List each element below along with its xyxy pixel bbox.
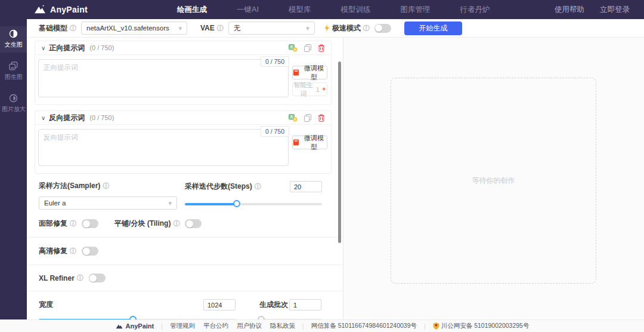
- footer-separator: |: [302, 322, 304, 330]
- turbo-mode-label: 极速模式: [332, 23, 361, 33]
- slider-track[interactable]: [259, 319, 321, 319]
- info-icon[interactable]: ⓘ: [173, 219, 179, 228]
- footer-police-number: 川公网安备 51019002003295号: [441, 322, 530, 330]
- vae-select[interactable]: 无 ▾: [228, 21, 315, 35]
- nav-item-xingzhe-danlu[interactable]: 行者丹炉: [460, 5, 490, 15]
- base-model-select[interactable]: netaArtXL_v10.safetensors ▾: [81, 21, 187, 35]
- footer-police-group: 川公网安备 51019002003295号: [433, 322, 530, 330]
- slider-handle[interactable]: [258, 316, 265, 319]
- face-restore-label: 面部修复: [39, 219, 67, 229]
- delete-trash-icon[interactable]: [318, 44, 325, 52]
- nav-item-draw-generate[interactable]: 绘画生成: [177, 5, 207, 15]
- negative-prompt-input[interactable]: [38, 129, 289, 166]
- login-link[interactable]: 立即登录: [600, 5, 630, 15]
- positive-prompt-header: ∨ 正向提示词 (0 / 750): [35, 41, 331, 55]
- info-icon[interactable]: ⓘ: [77, 273, 83, 282]
- footer-link-privacy[interactable]: 隐私政策: [270, 322, 295, 330]
- start-generate-button[interactable]: 开始生成: [404, 21, 462, 35]
- collapse-chevron-icon[interactable]: ∨: [41, 45, 45, 51]
- info-icon[interactable]: ⓘ: [70, 247, 76, 256]
- collapse-chevron-icon[interactable]: ∨: [41, 115, 45, 121]
- width-input[interactable]: [203, 299, 236, 311]
- dimensions-section: 宽度: [27, 299, 343, 319]
- image-to-image-icon: [9, 62, 18, 70]
- batch-count-label: 生成批次: [259, 300, 288, 310]
- info-icon[interactable]: ⓘ: [103, 182, 109, 190]
- empty-result-text: 等待你的创作: [472, 176, 515, 186]
- slider-handle[interactable]: [129, 316, 137, 319]
- info-icon[interactable]: ⓘ: [255, 182, 261, 191]
- copy-icon[interactable]: [304, 44, 311, 52]
- toggle-knob: [186, 220, 193, 228]
- info-icon[interactable]: ⓘ: [70, 219, 76, 228]
- copy-icon[interactable]: [304, 114, 311, 122]
- footer-brand-name: AnyPaint: [126, 322, 154, 330]
- brand-logo[interactable]: AnyPaint: [33, 4, 88, 15]
- footer-icp-number: 网信算备 510116674984601240039号: [311, 322, 417, 330]
- mountain-logo-icon: [115, 323, 123, 330]
- hires-toggle[interactable]: [82, 247, 98, 256]
- page-footer: AnyPaint | 管理规则 平台公约 用户协议 隐私政策 | 网信算备 51…: [0, 319, 644, 332]
- sidebar-item-image-upscale[interactable]: 图片放大: [0, 91, 27, 117]
- smart-word-button[interactable]: 智能生词 1 ✦: [292, 82, 327, 96]
- info-icon[interactable]: ⓘ: [70, 24, 76, 33]
- info-icon[interactable]: ⓘ: [363, 24, 370, 33]
- base-model-label: 基础模型: [39, 23, 67, 33]
- help-link[interactable]: 使用帮助: [555, 5, 584, 15]
- width-slider[interactable]: [39, 316, 236, 319]
- nav-item-model-library[interactable]: 模型库: [289, 5, 311, 15]
- info-icon[interactable]: ⓘ: [217, 24, 224, 33]
- toggle-knob: [83, 220, 90, 228]
- positive-prompt-input[interactable]: [38, 59, 289, 97]
- face-restore-label-group: 面部修复 ⓘ: [39, 219, 76, 229]
- batch-count-slider[interactable]: [259, 316, 321, 319]
- scrollbar-thumb[interactable]: [338, 62, 341, 243]
- finetune-model-icon: [293, 139, 299, 146]
- preview-panel: 等待你的创作: [343, 38, 644, 319]
- positive-prompt-counter: (0 / 750): [89, 44, 114, 51]
- tiling-toggle[interactable]: [185, 219, 202, 228]
- sidebar-item-label: 图生图: [5, 73, 23, 81]
- footer-link-convention[interactable]: 平台公约: [203, 322, 228, 330]
- sampler-label-group: 采样方法(Sampler) ⓘ: [39, 181, 185, 191]
- parameters-panel: ∨ 正向提示词 (0 / 750): [27, 38, 343, 319]
- nav-item-model-training[interactable]: 模型训练: [340, 5, 370, 15]
- chevron-down-icon: ▾: [178, 24, 182, 32]
- base-model-label-group: 基础模型 ⓘ: [39, 23, 76, 33]
- hires-section: 高清修复 ⓘ: [27, 246, 343, 256]
- sidebar-item-image-to-image[interactable]: 图生图: [0, 59, 27, 85]
- footer-separator: |: [424, 322, 426, 330]
- face-restore-toggle[interactable]: [82, 219, 98, 228]
- text-to-image-icon: [9, 29, 18, 38]
- steps-label-group: 采样迭代步数(Steps) ⓘ: [185, 182, 261, 192]
- batch-count-input[interactable]: [289, 299, 321, 311]
- translate-icon[interactable]: [289, 44, 298, 52]
- finetune-model-button[interactable]: 微调模型: [292, 66, 327, 79]
- footer-link-rules[interactable]: 管理规则: [170, 322, 195, 330]
- nav-item-gallery-management[interactable]: 图库管理: [400, 5, 430, 15]
- delete-trash-icon[interactable]: [318, 114, 325, 122]
- lightning-icon: [324, 24, 330, 32]
- nav-right-group: 使用帮助 立即登录: [555, 5, 630, 15]
- steps-slider[interactable]: [185, 200, 322, 207]
- negative-prompt-header: ∨ 反向提示词 (0 / 750): [35, 111, 331, 125]
- slider-handle[interactable]: [233, 200, 240, 207]
- turbo-mode-toggle[interactable]: [374, 24, 391, 33]
- finetune-model-button[interactable]: 微调模型: [292, 136, 327, 149]
- translate-icon[interactable]: [289, 114, 298, 122]
- finetune-model-label: 微调模型: [301, 64, 327, 82]
- nav-item-one-click-ai[interactable]: 一键AI: [237, 5, 259, 15]
- chevron-down-icon: ▾: [306, 24, 309, 32]
- finetune-model-icon: [293, 69, 299, 76]
- sampler-select[interactable]: Euler a ▾: [39, 196, 177, 210]
- xl-refiner-toggle[interactable]: [89, 273, 106, 282]
- negative-char-count-badge: 0 / 750: [261, 126, 289, 137]
- footer-link-agreement[interactable]: 用户协议: [237, 322, 262, 330]
- section-divider: [27, 237, 343, 238]
- swap-dimensions-icon[interactable]: ⇅: [236, 299, 259, 319]
- steps-input[interactable]: [290, 181, 322, 192]
- negative-prompt-body: 0 / 750 微调模型: [35, 125, 331, 173]
- vae-label: VAE: [200, 24, 215, 32]
- footer-brand: AnyPaint: [115, 322, 154, 330]
- sidebar-item-text-to-image[interactable]: 文生图: [0, 26, 27, 53]
